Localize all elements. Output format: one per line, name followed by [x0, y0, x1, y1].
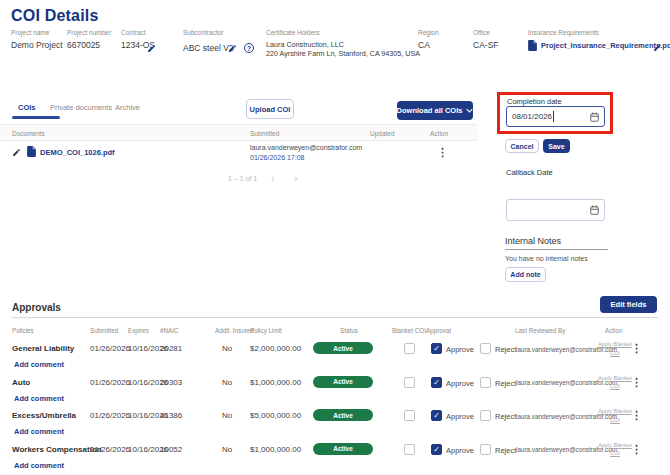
document-kebab-menu-icon[interactable]: ⋮ — [437, 147, 448, 157]
cancel-button[interactable]: Cancel — [505, 139, 539, 153]
col-blanket-coi: Blanket COI — [392, 327, 426, 334]
col-submitted: Submitted — [250, 130, 279, 137]
col-appr-submitted: Submitted — [90, 327, 118, 334]
reject-checkbox[interactable] — [480, 444, 491, 455]
policy-naic: 20303 — [160, 378, 182, 387]
document-submitted-at: 01/26/2026 17:08 — [250, 154, 305, 161]
internal-notes-empty-text: You have no internal notes — [505, 255, 588, 262]
apply-blanket-coi-link[interactable]: Apply Blanket COI — [598, 441, 632, 459]
chevron-down-icon — [466, 108, 473, 113]
approve-checkbox[interactable] — [431, 343, 442, 354]
approve-checkbox[interactable] — [431, 444, 442, 455]
document-file-icon — [27, 146, 36, 157]
callback-date-label: Callback Date — [506, 168, 553, 177]
insurance-requirements-link[interactable]: Project_Insurance_Requirements.pdf — [541, 41, 670, 50]
row-kebab-menu-icon[interactable]: ⋮ — [631, 410, 642, 420]
policy-name: General Liability — [12, 344, 74, 353]
callback-date-input[interactable] — [506, 199, 605, 221]
row-kebab-menu-icon[interactable]: ⋮ — [631, 444, 642, 454]
add-comment-link[interactable]: Add comment — [14, 394, 64, 403]
tab-archive[interactable]: Archive — [115, 103, 140, 112]
add-note-button[interactable]: Add note — [505, 267, 546, 282]
add-comment-link[interactable]: Add comment — [14, 360, 64, 369]
region-value: CA — [418, 40, 430, 50]
document-edit-icon[interactable] — [12, 148, 21, 157]
col-naic: #NAIC — [160, 327, 179, 334]
policy-naic: 20281 — [160, 344, 182, 353]
col-policy-limit: Policy Limit — [250, 327, 282, 334]
approve-label: Approve — [446, 446, 474, 455]
policy-limit: $5,000,000.00 — [250, 411, 301, 420]
approvals-row: Workers Compensation 01/26/2026 10/16/20… — [0, 440, 670, 474]
internal-notes-underline — [505, 249, 608, 250]
insurance-requirements-label: Insurance Requirements — [528, 29, 599, 36]
text-cursor — [553, 111, 554, 122]
reject-checkbox[interactable] — [480, 410, 491, 421]
policy-name: Workers Compensation — [12, 445, 102, 454]
completion-date-input[interactable]: 08/01/2026 — [506, 106, 605, 127]
policy-addtl: No — [222, 445, 232, 454]
reject-label: Reject — [495, 446, 516, 455]
blanket-coi-checkbox[interactable] — [404, 410, 415, 421]
project-name-value: Demo Project — [11, 40, 63, 50]
reject-checkbox[interactable] — [480, 377, 491, 388]
row-kebab-menu-icon[interactable]: ⋮ — [631, 377, 642, 387]
download-all-cois-button[interactable]: Download all COIs — [397, 101, 473, 120]
upload-coi-button[interactable]: Upload COI — [246, 99, 294, 119]
policy-submitted: 01/26/2026 — [90, 378, 130, 387]
save-button[interactable]: Save — [543, 139, 570, 153]
blanket-coi-checkbox[interactable] — [404, 444, 415, 455]
approve-checkbox[interactable] — [431, 377, 442, 388]
apply-blanket-coi-link[interactable]: Apply Blanket COI — [598, 407, 632, 425]
add-comment-link[interactable]: Add comment — [14, 461, 64, 470]
calendar-icon[interactable] — [590, 205, 599, 215]
col-last-reviewed: Last Reviewed By — [515, 327, 565, 334]
document-filename-link[interactable]: DEMO_COI_1026.pdf — [40, 148, 115, 157]
internal-notes-title: Internal Notes — [505, 236, 561, 246]
contract-edit-icon[interactable] — [147, 44, 156, 53]
status-badge: Active — [313, 409, 373, 421]
project-number-label: Project number — [67, 29, 111, 36]
status-badge: Active — [313, 443, 373, 455]
status-badge: Active — [313, 342, 373, 354]
edit-fields-button[interactable]: Edit fields — [600, 296, 657, 313]
calendar-icon[interactable] — [590, 112, 599, 122]
policy-limit: $1,000,000.00 — [250, 378, 301, 387]
coi-details-page: { "title": "COI Details", "header": { "f… — [0, 0, 670, 475]
apply-blanket-coi-link[interactable]: Apply Blanket COI — [598, 374, 632, 392]
policy-name: Excess/Umbrella — [12, 411, 76, 420]
policy-submitted: 01/26/2026 — [90, 344, 130, 353]
approve-label: Approve — [446, 379, 474, 388]
pagination-next-icon[interactable]: › — [294, 174, 298, 182]
row-kebab-menu-icon[interactable]: ⋮ — [631, 343, 642, 353]
col-appr-action: Action — [605, 327, 623, 334]
completion-date-value: 08/01/2026 — [512, 112, 552, 121]
blanket-coi-checkbox[interactable] — [404, 377, 415, 388]
reject-checkbox[interactable] — [480, 343, 491, 354]
col-approval: Approval — [426, 327, 451, 334]
insurance-requirements-edit-icon[interactable] — [653, 43, 662, 52]
project-number-value: 6670025 — [67, 40, 100, 50]
approvals-row: General Liability 01/26/2026 10/16/2026 … — [0, 339, 670, 373]
subcontractor-edit-icon[interactable] — [228, 44, 237, 53]
approve-checkbox[interactable] — [431, 410, 442, 421]
tab-cois[interactable]: COIs — [18, 103, 36, 112]
policy-name: Auto — [12, 378, 30, 387]
approve-label: Approve — [446, 345, 474, 354]
tab-private-documents[interactable]: Private documents — [50, 103, 112, 112]
active-tab-underline — [12, 116, 60, 119]
policy-limit: $1,000,000.00 — [250, 445, 301, 454]
region-label: Region — [418, 29, 439, 36]
blanket-coi-checkbox[interactable] — [404, 343, 415, 354]
approvals-table-body: General Liability 01/26/2026 10/16/2026 … — [0, 339, 670, 475]
certificate-holders-label: Certificate Holders — [266, 29, 319, 36]
approvals-row: Auto 01/26/2026 10/16/2026 20303 No $1,0… — [0, 373, 670, 407]
apply-blanket-coi-link[interactable]: Apply Blanket COI — [598, 340, 632, 358]
add-comment-link[interactable]: Add comment — [14, 427, 64, 436]
pdf-file-icon — [528, 40, 537, 51]
subcontractor-help-icon[interactable]: ? — [244, 43, 254, 53]
document-submitted-by: laura.vanderweyen@constrafor.com — [250, 144, 362, 151]
office-label: Office — [473, 29, 490, 36]
pagination-prev-icon[interactable]: ‹ — [271, 174, 275, 182]
project-name-label: Project name — [11, 29, 49, 36]
